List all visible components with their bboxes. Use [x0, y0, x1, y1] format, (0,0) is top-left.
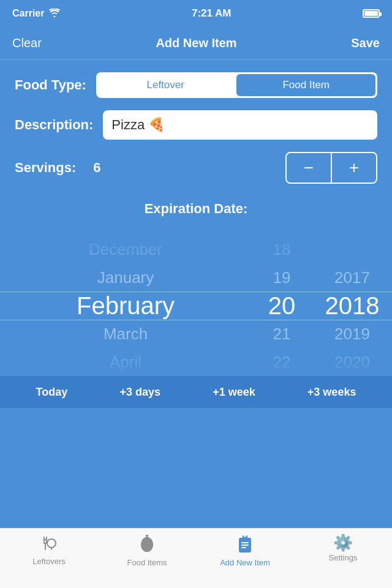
add-new-item-icon [237, 535, 253, 556]
day-item-1[interactable]: 19 [251, 263, 312, 292]
month-item-1[interactable]: January [0, 263, 251, 292]
tab-bar: Leftovers Food Items [0, 528, 392, 588]
today-button[interactable]: Today [30, 381, 74, 404]
one-week-button[interactable]: +1 week [206, 381, 262, 404]
status-bar: Carrier 7:21 AM [0, 0, 392, 27]
three-days-button[interactable]: +3 days [113, 381, 167, 404]
carrier-label: Carrier [12, 8, 44, 19]
segment-food-item[interactable]: Food Item [236, 74, 375, 96]
tab-settings[interactable]: ⚙️ Settings [294, 535, 392, 562]
day-column[interactable]: 18 19 20 21 22 [251, 235, 312, 376]
year-item-1[interactable]: 2017 [312, 263, 392, 292]
status-carrier: Carrier [12, 8, 60, 19]
month-item-0[interactable]: December [0, 235, 251, 263]
servings-stepper[interactable]: − + [285, 152, 377, 184]
decrement-button[interactable]: − [287, 153, 331, 183]
servings-label: Servings: [15, 160, 76, 176]
date-picker[interactable]: December January February March April 18… [0, 235, 392, 376]
segment-leftover[interactable]: Leftover [96, 72, 235, 98]
main-content: Food Type: Leftover Food Item Descriptio… [0, 60, 392, 235]
day-item-4[interactable]: 22 [251, 348, 312, 376]
increment-button[interactable]: + [332, 153, 376, 183]
picker-line-top [0, 292, 392, 292]
picker-line-bottom [0, 320, 392, 320]
food-type-row: Food Type: Leftover Food Item [15, 72, 377, 98]
leftovers-label: Leftovers [32, 557, 65, 566]
month-item-4[interactable]: April [0, 348, 251, 376]
settings-label: Settings [329, 553, 358, 562]
wifi-icon [49, 9, 60, 19]
add-new-item-label: Add New Item [220, 558, 270, 567]
nav-bar: Clear Add New Item Save [0, 27, 392, 60]
svg-rect-9 [146, 535, 148, 537]
battery-icon [363, 9, 380, 18]
food-type-label: Food Type: [15, 77, 86, 93]
svg-point-5 [47, 539, 56, 548]
year-item-3[interactable]: 2019 [312, 320, 392, 348]
settings-icon: ⚙️ [333, 535, 353, 551]
month-item-3[interactable]: March [0, 320, 251, 348]
status-time: 7:21 AM [192, 7, 232, 20]
nav-title: Add New Item [156, 36, 236, 50]
battery-container [363, 9, 380, 18]
servings-value: 6 [93, 160, 100, 176]
servings-row: Servings: 6 − + [15, 152, 377, 184]
day-item-2[interactable]: 20 [251, 292, 312, 320]
food-items-label: Food Items [127, 558, 167, 567]
leftovers-icon [41, 535, 57, 554]
year-item-0[interactable] [312, 235, 392, 263]
tab-food-items[interactable]: Food Items [98, 535, 196, 567]
expiration-label: Expiration Date: [15, 201, 377, 217]
tab-leftovers[interactable]: Leftovers [0, 535, 98, 566]
year-item-2[interactable]: 2018 [312, 292, 392, 320]
tab-add-new-item[interactable]: Add New Item [196, 535, 294, 567]
description-row: Description: [15, 110, 377, 140]
day-item-0[interactable]: 18 [251, 235, 312, 263]
svg-rect-12 [244, 535, 246, 537]
month-item-2[interactable]: February [0, 292, 251, 320]
food-items-icon [139, 535, 155, 556]
day-item-3[interactable]: 21 [251, 320, 312, 348]
save-button[interactable]: Save [351, 36, 380, 50]
year-column[interactable]: 2017 2018 2019 2020 [312, 235, 392, 376]
food-type-segment[interactable]: Leftover Food Item [96, 72, 377, 98]
clear-button[interactable]: Clear [12, 36, 42, 50]
description-input[interactable] [103, 110, 377, 140]
year-item-4[interactable]: 2020 [312, 348, 392, 376]
quick-dates-bar: Today +3 days +1 week +3 weeks [0, 376, 392, 408]
description-label: Description: [15, 117, 93, 133]
three-weeks-button[interactable]: +3 weeks [301, 381, 363, 404]
month-column[interactable]: December January February March April [0, 235, 251, 376]
